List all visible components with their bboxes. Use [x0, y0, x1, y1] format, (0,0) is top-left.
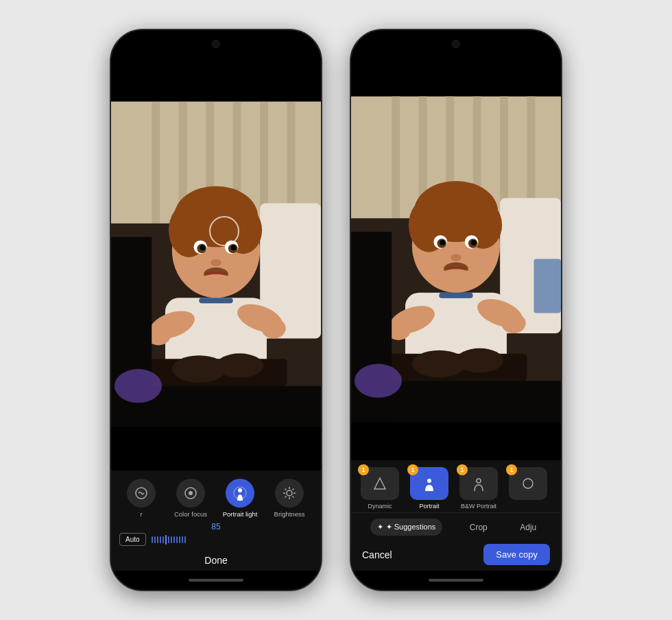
- tool-color-focus-icon: [176, 479, 205, 508]
- tick-8: [171, 536, 172, 543]
- tick-7: [168, 536, 169, 543]
- tool-portrait-light-icon: [226, 479, 254, 508]
- tool-r-icon: [127, 479, 156, 508]
- svg-point-38: [238, 488, 242, 492]
- svg-point-68: [440, 240, 445, 246]
- filter-dynamic[interactable]: 1 Dynamic: [357, 464, 403, 512]
- color-focus-icon: [183, 486, 198, 501]
- svg-rect-52: [392, 97, 400, 232]
- tick-9: [173, 536, 175, 543]
- filter-dynamic-box: 1: [361, 467, 399, 500]
- photo-svg: [111, 58, 321, 470]
- svg-point-77: [501, 313, 526, 333]
- phone-1: r Color focus: [110, 29, 322, 591]
- tick-4: [160, 536, 161, 543]
- phone1-photo-area: [111, 58, 321, 470]
- tool-r-label: r: [140, 510, 142, 518]
- filter-next-badge: 1: [506, 464, 517, 475]
- tool-contrast[interactable]: Contras: [314, 476, 321, 521]
- filter-next-box: 1: [509, 467, 547, 500]
- circle-icon: [520, 476, 536, 491]
- svg-point-69: [471, 240, 477, 246]
- svg-point-70: [451, 254, 461, 261]
- svg-point-84: [355, 364, 402, 398]
- filter-dynamic-badge: 1: [358, 464, 369, 475]
- phone2-screen: 1 Dynamic 1: [351, 58, 561, 571]
- cancel-button[interactable]: Cancel: [362, 549, 392, 560]
- phone2-home-indicator: [429, 579, 483, 582]
- filter-portrait[interactable]: 1 Portrait: [406, 464, 453, 512]
- svg-point-34: [115, 369, 162, 403]
- svg-point-37: [189, 491, 193, 495]
- tool-r[interactable]: r: [117, 476, 166, 521]
- photo2-svg: [351, 58, 561, 460]
- svg-line-47: [293, 489, 294, 490]
- svg-point-72: [435, 269, 476, 289]
- svg-point-87: [427, 479, 431, 483]
- filter-bw-portrait-box: 1: [459, 467, 498, 500]
- auto-button[interactable]: Auto: [119, 533, 146, 546]
- svg-rect-85: [534, 259, 561, 313]
- tool-portrait-light-label: Portrait light: [223, 510, 258, 518]
- svg-point-20: [211, 259, 221, 266]
- phone1-top-bar: [111, 30, 321, 58]
- svg-point-22: [195, 274, 236, 295]
- svg-point-30: [216, 353, 263, 378]
- phone1-controls: r Color focus: [111, 470, 321, 571]
- phone-2: 1 Dynamic 1: [350, 29, 562, 591]
- svg-rect-81: [439, 293, 472, 298]
- phone2-bottom-bar: [351, 571, 561, 590]
- tool-color-focus[interactable]: Color focus: [166, 476, 215, 521]
- dynamic-icon: [372, 476, 387, 491]
- tool-portrait-light[interactable]: Portrait light: [215, 476, 265, 521]
- done-label[interactable]: Done: [204, 555, 227, 566]
- tick-11: [179, 536, 180, 543]
- tick-12: [182, 536, 183, 543]
- tick-3: [157, 536, 158, 543]
- filter-next[interactable]: 1: [505, 464, 551, 505]
- bw-portrait-icon: [471, 476, 486, 491]
- phone2-camera-cutout: [452, 40, 460, 48]
- portrait-light-icon: [232, 486, 248, 501]
- svg-point-40: [287, 490, 292, 496]
- filter-dynamic-label: Dynamic: [368, 503, 392, 510]
- phone1-home-indicator: [189, 579, 243, 582]
- phone2-controls: 1 Dynamic 1: [351, 460, 561, 571]
- tick-2: [154, 536, 156, 543]
- filter-portrait-label: Portrait: [419, 503, 439, 510]
- slider-row: Auto: [119, 533, 313, 546]
- tick-1: [152, 536, 153, 543]
- svg-point-88: [477, 479, 481, 483]
- phone2-top-bar: [351, 30, 561, 58]
- phone1-tools-row: r Color focus: [111, 476, 321, 521]
- phone2-filter-row: 1 Dynamic 1: [351, 464, 561, 512]
- suggestions-tab[interactable]: ✦ ✦ Suggestions: [370, 518, 443, 536]
- crop-tab[interactable]: Crop: [464, 520, 493, 535]
- phone1-camera-cutout: [212, 40, 220, 48]
- svg-line-46: [293, 497, 294, 498]
- filter-bw-label: B&W Portrait: [461, 503, 496, 510]
- save-copy-button[interactable]: Save copy: [483, 544, 550, 565]
- focus-circle: [209, 216, 239, 246]
- phone2-tabs-row: ✦ ✦ Suggestions Crop Adju: [351, 512, 561, 538]
- phone2-cancel-save-row: Cancel Save copy: [351, 538, 561, 568]
- phone2-photo-area: [351, 58, 561, 460]
- filter-portrait-box: 1: [410, 467, 448, 500]
- adjust-tab[interactable]: Adju: [514, 520, 542, 535]
- slider-value: 85: [119, 522, 313, 532]
- svg-point-18: [200, 245, 205, 250]
- portrait-icon: [422, 476, 437, 491]
- phone1-slider-section: 85 Auto: [111, 521, 321, 550]
- tick-10: [176, 536, 178, 543]
- filter-bw-portrait[interactable]: 1 B&W Portrait: [455, 464, 502, 512]
- phone1-bottom-bar: [111, 571, 321, 590]
- svg-line-48: [285, 497, 287, 498]
- sparkle-icon: ✦: [377, 523, 383, 532]
- suggestions-label: ✦ Suggestions: [386, 523, 436, 532]
- tool-brightness[interactable]: Brightness: [265, 476, 314, 521]
- tick-13: [184, 536, 186, 543]
- slider-track[interactable]: [152, 534, 313, 545]
- svg-marker-86: [374, 478, 385, 489]
- tool-brightness-icon: [275, 479, 304, 508]
- wave-icon: [134, 486, 149, 501]
